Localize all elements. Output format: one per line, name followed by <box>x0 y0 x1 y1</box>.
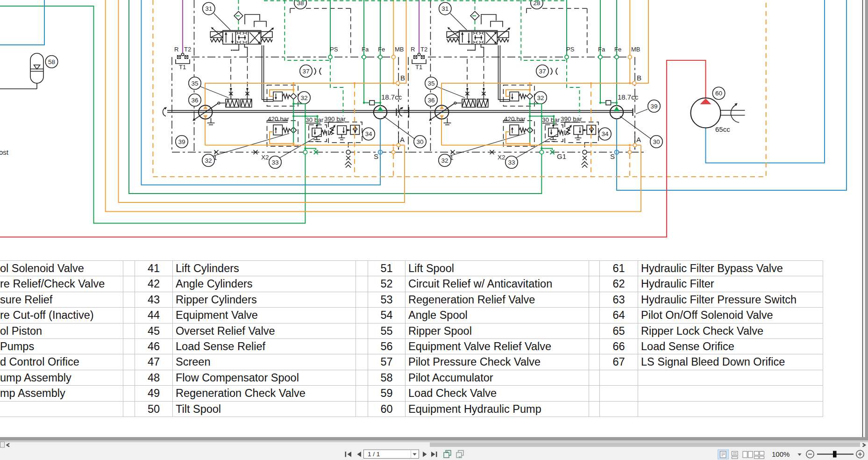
svg-text:100%: 100% <box>772 450 790 458</box>
svg-text:65cc: 65cc <box>715 125 730 133</box>
svg-text:58: 58 <box>48 58 55 65</box>
svg-text:1 / 1: 1 / 1 <box>368 451 380 458</box>
svg-text:60: 60 <box>715 90 722 97</box>
svg-text:G1: G1 <box>557 152 566 160</box>
svg-text:39: 39 <box>178 138 185 145</box>
svg-text:ost: ost <box>0 148 9 156</box>
svg-text:39: 39 <box>650 103 657 110</box>
